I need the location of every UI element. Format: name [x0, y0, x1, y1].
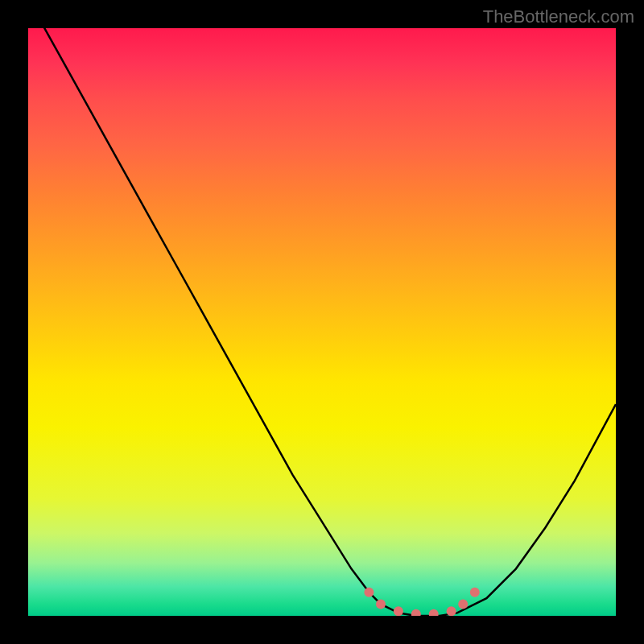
curve-line [28, 28, 616, 616]
watermark-text: TheBottleneck.com [483, 6, 634, 27]
data-marker [376, 599, 386, 609]
data-marker [429, 609, 439, 616]
markers-group [364, 588, 479, 616]
data-marker [447, 606, 456, 616]
data-marker [458, 599, 468, 609]
data-marker [364, 588, 374, 597]
bottleneck-curve-plot [28, 28, 616, 616]
data-marker [411, 609, 421, 616]
data-marker [470, 588, 480, 597]
data-marker [394, 606, 403, 616]
